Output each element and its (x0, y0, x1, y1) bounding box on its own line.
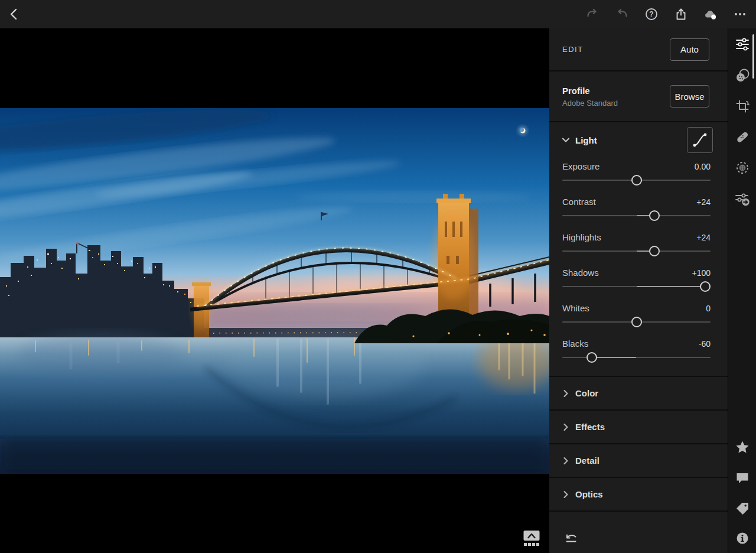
tool-keyword-tag[interactable] (728, 497, 756, 521)
slider-label: Highlights (562, 232, 601, 242)
tool-edit-adjustments[interactable] (728, 32, 756, 56)
redo-button[interactable] (585, 7, 599, 21)
section-label: Optics (575, 489, 603, 499)
tool-info[interactable] (728, 526, 756, 550)
top-bar: ? (0, 0, 756, 28)
slider-track[interactable] (562, 286, 711, 287)
photo-canvas[interactable] (0, 28, 549, 553)
chevron-down-icon (559, 133, 573, 147)
lightroom-app: ? (0, 0, 756, 553)
tool-masking[interactable] (728, 156, 756, 180)
redo-icon (585, 7, 599, 21)
light-section: Light Exposure 0.00 Contrast +24 (549, 122, 728, 376)
slider-row-exposure: Exposure 0.00 (549, 153, 728, 188)
filmstrip-toggle-icon (523, 530, 540, 547)
share-icon (674, 7, 688, 21)
slider-knob[interactable] (649, 210, 660, 221)
section-detail[interactable]: Detail (549, 444, 728, 477)
crop-icon (735, 99, 750, 114)
chevron-right-icon (559, 420, 573, 434)
slider-value: 0.00 (695, 162, 711, 171)
reset-edits-button[interactable] (562, 531, 579, 547)
scroll-indicator[interactable] (752, 34, 754, 79)
more-icon (733, 7, 747, 21)
tool-presets[interactable] (728, 64, 756, 87)
more-button[interactable] (733, 7, 747, 21)
edit-panel-header: EDIT Auto (549, 28, 728, 70)
undo-icon (615, 7, 629, 21)
healing-icon (735, 129, 750, 145)
edit-panel-title: EDIT (562, 45, 584, 54)
cloud-sync-button[interactable] (703, 7, 718, 21)
slider-label: Exposure (562, 161, 599, 171)
slider-track[interactable] (562, 215, 711, 216)
section-label: Effects (575, 422, 605, 432)
photo[interactable] (0, 108, 549, 474)
info-icon (735, 531, 750, 546)
section-color[interactable]: Color (549, 377, 728, 409)
tool-healing[interactable] (728, 125, 756, 149)
light-section-title: Light (575, 135, 597, 145)
slider-value: +24 (696, 233, 711, 242)
slider-row-whites: Whites 0 (549, 295, 728, 330)
chevron-right-icon (559, 386, 573, 401)
slider-track[interactable] (562, 321, 711, 323)
slider-row-highlights: Highlights +24 (549, 224, 728, 259)
tool-versions[interactable] (728, 187, 756, 211)
slider-value: -60 (699, 339, 711, 349)
chevron-right-icon (559, 454, 573, 468)
tool-star-rating[interactable] (728, 435, 756, 459)
cloud-sync-icon (703, 7, 718, 21)
masking-icon (735, 160, 750, 175)
slider-knob[interactable] (700, 281, 711, 292)
profile-row: Profile Adobe Standard Browse (549, 71, 728, 121)
versions-icon (734, 191, 751, 207)
slider-knob[interactable] (631, 317, 642, 327)
slider-knob[interactable] (649, 246, 660, 256)
slider-value: 0 (706, 304, 711, 313)
back-button[interactable] (7, 7, 21, 21)
slider-row-blacks: Blacks -60 (549, 330, 728, 366)
profile-current-value: Adobe Standard (562, 99, 618, 108)
section-effects[interactable]: Effects (549, 411, 728, 443)
slider-label: Contrast (562, 197, 596, 207)
profile-label: Profile (562, 86, 618, 96)
presets-icon (735, 68, 750, 83)
help-icon: ? (644, 7, 659, 21)
moon (517, 125, 528, 136)
slider-label: Whites (562, 303, 589, 313)
tone-curve-icon (690, 131, 709, 149)
slider-label: Shadows (562, 268, 599, 278)
edit-panel: EDIT Auto Profile Adobe Standard Browse … (549, 28, 728, 553)
reset-icon (562, 531, 579, 547)
slider-row-contrast: Contrast +24 (549, 188, 728, 224)
section-optics[interactable]: Optics (549, 478, 728, 510)
edit-adjustments-icon (735, 37, 750, 52)
slider-row-shadows: Shadows +100 (549, 259, 728, 295)
section-label: Color (575, 388, 598, 398)
comment-icon (735, 470, 750, 486)
section-label: Detail (575, 456, 599, 466)
slider-track[interactable] (562, 180, 711, 181)
svg-text:?: ? (649, 10, 653, 18)
tone-curve-button[interactable] (687, 127, 713, 153)
browse-button[interactable]: Browse (670, 85, 709, 108)
auto-button[interactable]: Auto (670, 38, 709, 61)
tool-crop[interactable] (728, 95, 756, 118)
light-section-header[interactable]: Light (549, 122, 728, 153)
slider-label: Blacks (562, 339, 588, 349)
help-button[interactable]: ? (644, 7, 659, 21)
slider-track[interactable] (562, 251, 711, 252)
slider-value: +100 (692, 268, 711, 278)
slider-track[interactable] (562, 357, 711, 358)
slider-knob[interactable] (586, 352, 597, 363)
slider-value: +24 (696, 197, 711, 207)
undo-button[interactable] (615, 7, 629, 21)
star-rating-icon (735, 440, 750, 455)
tool-comment[interactable] (728, 466, 756, 490)
share-button[interactable] (674, 7, 688, 21)
slider-fill (592, 357, 636, 358)
slider-knob[interactable] (631, 175, 642, 186)
back-chevron-icon (7, 7, 21, 21)
filmstrip-toggle-button[interactable] (523, 530, 540, 547)
